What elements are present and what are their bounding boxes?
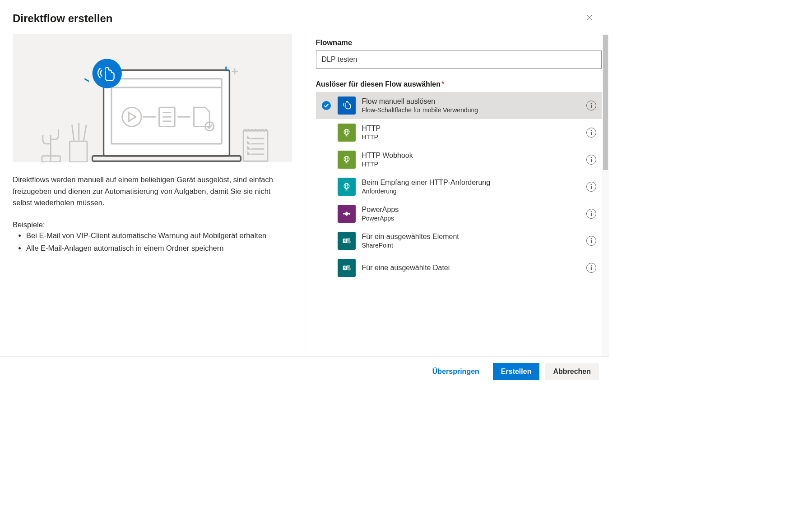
- trigger-title: Beim Empfang einer HTTP-Anforderung: [362, 178, 580, 188]
- cancel-button[interactable]: Abbrechen: [545, 363, 599, 380]
- svg-line-22: [84, 79, 89, 82]
- examples-heading: Beispiele:: [13, 221, 292, 229]
- svg-point-53: [348, 240, 351, 244]
- scrollbar-thumb[interactable]: [603, 35, 608, 170]
- dialog-body: Direktflows werden manuell auf einem bel…: [0, 34, 609, 357]
- globe-icon: [338, 151, 356, 169]
- trigger-item[interactable]: PowerAppsPowerApps: [316, 200, 602, 227]
- list-item: Alle E-Mail-Anlagen automatisch in einem…: [26, 243, 292, 254]
- globe-icon: [338, 178, 356, 196]
- trigger-subtitle: HTTP: [362, 133, 580, 141]
- svg-line-6: [84, 125, 86, 142]
- illustration: [13, 34, 292, 162]
- trigger-text: Flow manuell auslösenFlow-Schaltfläche f…: [362, 97, 580, 115]
- info-icon[interactable]: [586, 182, 596, 192]
- svg-text:S: S: [344, 266, 346, 270]
- create-button[interactable]: Erstellen: [493, 363, 540, 380]
- examples-list: Bei E-Mail von VIP-Client automatische W…: [13, 230, 292, 254]
- create-flow-dialog: Direktflow erstellen: [0, 0, 609, 386]
- svg-point-46: [591, 184, 592, 185]
- trigger-subtitle: PowerApps: [362, 214, 580, 222]
- powerapps-icon: [338, 205, 356, 223]
- info-icon[interactable]: [586, 155, 596, 165]
- svg-rect-33: [591, 132, 592, 135]
- trigger-list: Flow manuell auslösenFlow-Schaltfläche f…: [316, 92, 602, 281]
- svg-rect-49: [591, 213, 592, 216]
- dialog-footer: Überspringen Erstellen Abbrechen: [0, 357, 609, 386]
- trigger-text: Für eine ausgewählte Datei: [362, 263, 580, 273]
- globe-icon: [338, 124, 356, 142]
- trigger-title: HTTP Wobhook: [362, 151, 580, 161]
- svg-point-25: [591, 103, 592, 104]
- trigger-item[interactable]: SFür eine ausgewählte Datei: [316, 254, 602, 281]
- trigger-item[interactable]: HTTP WobhookHTTP: [316, 146, 602, 173]
- trigger-subtitle: SharePoint: [362, 241, 580, 249]
- trigger-item[interactable]: HTTPHTTP: [316, 119, 602, 146]
- trigger-item[interactable]: SFür ein ausgewähltes ElementSharePoint: [316, 227, 602, 254]
- scrollbar[interactable]: [602, 34, 609, 356]
- svg-line-4: [72, 125, 74, 142]
- svg-point-54: [591, 238, 592, 239]
- trigger-subtitle: HTTP: [362, 160, 580, 168]
- info-icon[interactable]: [586, 236, 596, 246]
- svg-point-60: [591, 265, 592, 267]
- close-button[interactable]: [583, 11, 596, 26]
- trigger-text: HTTP WobhookHTTP: [362, 151, 580, 169]
- radio-slot: [321, 101, 331, 110]
- sharepoint-icon: S: [338, 259, 356, 277]
- info-icon[interactable]: [586, 263, 596, 273]
- left-pane: Direktflows werden manuell auf einem bel…: [0, 34, 305, 356]
- trigger-section-label: Auslöser für diesen Flow auswählen *: [316, 80, 602, 88]
- svg-rect-19: [243, 131, 268, 161]
- svg-point-59: [348, 267, 351, 271]
- trigger-text: Für ein ausgewähltes ElementSharePoint: [362, 232, 580, 250]
- right-pane: Flowname Auslöser für diesen Flow auswäh…: [305, 34, 609, 356]
- trigger-text: PowerAppsPowerApps: [362, 205, 580, 223]
- svg-point-32: [591, 130, 592, 131]
- dialog-header: Direktflow erstellen: [0, 0, 609, 34]
- skip-button[interactable]: Überspringen: [424, 363, 487, 380]
- flowname-input[interactable]: [316, 51, 602, 69]
- radio-checked-icon: [322, 101, 331, 110]
- trigger-text: HTTPHTTP: [362, 124, 580, 142]
- svg-point-48: [591, 211, 592, 212]
- svg-text:S: S: [344, 239, 346, 243]
- info-icon[interactable]: [586, 209, 596, 219]
- info-icon[interactable]: [586, 128, 596, 138]
- trigger-item[interactable]: Beim Empfang einer HTTP-AnforderungAnfor…: [316, 173, 602, 200]
- dialog-title: Direktflow erstellen: [13, 12, 112, 25]
- svg-point-24: [93, 59, 122, 88]
- svg-point-39: [591, 157, 592, 158]
- sharepoint-icon: S: [338, 232, 356, 250]
- flow-illustration-icon: [31, 43, 274, 162]
- svg-rect-55: [591, 240, 592, 243]
- trigger-subtitle: Flow-Schaltfläche für mobile Verwendung: [362, 106, 580, 114]
- trigger-subtitle: Anforderung: [362, 187, 580, 195]
- svg-rect-26: [591, 105, 592, 108]
- svg-rect-10: [93, 156, 241, 161]
- trigger-title: HTTP: [362, 124, 580, 133]
- svg-rect-47: [591, 186, 592, 189]
- svg-rect-61: [591, 267, 592, 270]
- close-icon: [585, 14, 594, 22]
- svg-point-52: [347, 238, 350, 241]
- trigger-title: PowerApps: [362, 205, 580, 215]
- svg-rect-40: [591, 159, 592, 162]
- trigger-text: Beim Empfang einer HTTP-AnforderungAnfor…: [362, 178, 580, 196]
- trigger-title: Für eine ausgewählte Datei: [362, 263, 580, 273]
- trigger-item[interactable]: Flow manuell auslösenFlow-Schaltfläche f…: [316, 92, 602, 119]
- info-icon[interactable]: [586, 101, 596, 110]
- svg-point-58: [347, 265, 350, 268]
- trigger-title: Flow manuell auslösen: [362, 97, 580, 106]
- svg-rect-3: [70, 141, 87, 162]
- required-indicator: *: [441, 80, 444, 88]
- trigger-title: Für ein ausgewähltes Element: [362, 232, 580, 242]
- list-item: Bei E-Mail von VIP-Client automatische W…: [26, 230, 292, 241]
- touch-icon: [338, 97, 356, 115]
- flowname-label: Flowname: [316, 38, 602, 47]
- description-text: Direktflows werden manuell auf einem bel…: [13, 174, 292, 209]
